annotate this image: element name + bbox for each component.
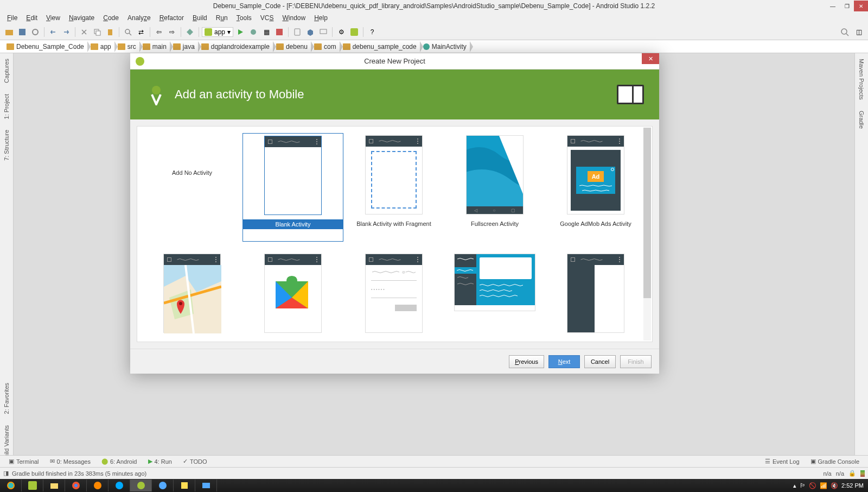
- breadcrumb-item[interactable]: app: [87, 43, 114, 51]
- tray-chevron-up-icon[interactable]: ▴: [793, 482, 796, 489]
- menu-edit[interactable]: Edit: [22, 13, 41, 23]
- close-button[interactable]: ✕: [854, 1, 868, 11]
- activity-option-drawer[interactable]: [545, 251, 646, 342]
- tray-network-icon[interactable]: 📶: [820, 482, 827, 489]
- taskbar-ie[interactable]: [0, 480, 22, 491]
- tab-todo[interactable]: ✓TODO: [177, 458, 213, 465]
- save-icon[interactable]: [16, 26, 28, 38]
- tab-structure[interactable]: 7: Structure: [2, 124, 11, 166]
- avd-icon[interactable]: [291, 26, 303, 38]
- breadcrumb-item[interactable]: Debenu_Sample_Code: [3, 43, 87, 51]
- replace-icon[interactable]: ⇄: [135, 26, 147, 38]
- copy-icon[interactable]: [91, 26, 103, 38]
- menu-run[interactable]: Run: [212, 13, 232, 23]
- taskbar-explorer[interactable]: [43, 480, 65, 491]
- run-icon[interactable]: [234, 26, 246, 38]
- menu-window[interactable]: Window: [278, 13, 309, 23]
- menu-file[interactable]: File: [3, 13, 21, 23]
- open-icon[interactable]: [3, 26, 15, 38]
- tab-favorites[interactable]: 2: Favorites: [2, 377, 11, 419]
- menu-analyze[interactable]: Analyze: [124, 13, 155, 23]
- activity-option-login[interactable]: @ ••••••: [343, 251, 444, 342]
- breadcrumb-item[interactable]: dqplandroidexample: [198, 43, 273, 51]
- back-icon[interactable]: ⇦: [153, 26, 165, 38]
- forward-icon[interactable]: ⇨: [166, 26, 178, 38]
- cancel-button[interactable]: Cancel: [584, 355, 616, 368]
- run-config-selector[interactable]: app ▾: [202, 27, 233, 37]
- right-tool-window-bar: Maven Projects Gradle: [854, 53, 868, 467]
- help-icon[interactable]: ?: [366, 26, 378, 38]
- vertical-scrollbar[interactable]: [643, 128, 651, 340]
- taskbar-app[interactable]: [152, 480, 174, 491]
- taskbar-photos[interactable]: [195, 480, 217, 491]
- breadcrumb-item[interactable]: com: [311, 43, 340, 51]
- cut-icon[interactable]: [78, 26, 90, 38]
- tab-messages[interactable]: ✉0: Messages: [44, 458, 96, 465]
- monitor-icon[interactable]: [317, 26, 329, 38]
- tab-android[interactable]: ⬤6: Android: [96, 458, 143, 465]
- search-icon[interactable]: [839, 26, 851, 38]
- activity-option-master-detail[interactable]: [444, 251, 545, 342]
- stop-icon[interactable]: [273, 26, 285, 38]
- menu-navigate[interactable]: Navigate: [65, 13, 98, 23]
- breadcrumb-item[interactable]: main: [139, 43, 170, 51]
- lock-icon[interactable]: 🔒: [848, 470, 856, 477]
- taskbar-android[interactable]: [22, 480, 43, 491]
- tray-clock[interactable]: 2:52 PM: [841, 482, 864, 489]
- undo-icon[interactable]: [47, 26, 59, 38]
- toggle-tool-windows-icon[interactable]: ◨: [3, 470, 9, 477]
- menu-code[interactable]: Code: [99, 13, 123, 23]
- menu-help[interactable]: Help: [310, 13, 331, 23]
- coverage-icon[interactable]: ▦: [260, 26, 272, 38]
- android-icon[interactable]: [348, 26, 360, 38]
- taskbar-android-studio[interactable]: [130, 480, 152, 491]
- debug-icon[interactable]: [247, 26, 259, 38]
- find-icon[interactable]: [122, 26, 134, 38]
- tab-project[interactable]: 1: Project: [2, 89, 11, 124]
- tab-gradle[interactable]: Gradle: [857, 105, 866, 134]
- previous-button[interactable]: Previous: [509, 355, 544, 368]
- activity-option-play-services[interactable]: [242, 251, 343, 342]
- activity-option-maps[interactable]: [142, 251, 242, 342]
- tab-event-log[interactable]: ☰Event Log: [760, 458, 805, 465]
- breadcrumb-item[interactable]: src: [114, 43, 139, 51]
- menu-view[interactable]: View: [42, 13, 64, 23]
- settings-icon[interactable]: ⚙: [335, 26, 347, 38]
- breadcrumb-item[interactable]: MainActivity: [420, 43, 470, 51]
- breadcrumb-item[interactable]: debenu_sample_code: [340, 43, 420, 51]
- tab-captures[interactable]: Captures: [2, 53, 11, 89]
- paste-icon[interactable]: [104, 26, 116, 38]
- tab-maven[interactable]: Maven Projects: [857, 53, 866, 105]
- taskbar-notes[interactable]: [174, 480, 195, 491]
- activity-option-none[interactable]: Add No Activity: [142, 133, 242, 242]
- sdk-icon[interactable]: [304, 26, 316, 38]
- menu-refactor[interactable]: Refactor: [156, 13, 188, 23]
- dialog-close-button[interactable]: ✕: [642, 53, 659, 64]
- menu-tools[interactable]: Tools: [233, 13, 256, 23]
- tab-terminal[interactable]: ▣Terminal: [3, 458, 44, 465]
- activity-option-fragment[interactable]: Blank Activity with Fragment: [343, 133, 444, 242]
- make-icon[interactable]: [184, 26, 196, 38]
- taskbar-skype[interactable]: [108, 480, 130, 491]
- breadcrumb-item[interactable]: java: [170, 43, 198, 51]
- taskbar-firefox[interactable]: [87, 480, 108, 491]
- tray-shield-icon[interactable]: 🚫: [809, 482, 816, 489]
- inspector-icon[interactable]: [860, 470, 865, 477]
- tray-volume-icon[interactable]: 🔇: [831, 482, 838, 489]
- maximize-button[interactable]: ❐: [840, 1, 854, 11]
- tab-run[interactable]: ▶4: Run: [143, 458, 177, 465]
- tray-flag-icon[interactable]: 🏳: [800, 482, 806, 489]
- sync-icon[interactable]: [29, 26, 41, 38]
- minimize-button[interactable]: —: [826, 1, 840, 11]
- next-button[interactable]: Next: [548, 355, 580, 368]
- menu-build[interactable]: Build: [189, 13, 211, 23]
- tab-gradle-console[interactable]: ▣Gradle Console: [805, 458, 865, 465]
- breadcrumb-item[interactable]: debenu: [273, 43, 311, 51]
- activity-option-blank[interactable]: Blank Activity: [242, 133, 343, 242]
- activity-option-fullscreen[interactable]: ◁○▢ Fullscreen Activity: [444, 133, 545, 242]
- layout-icon[interactable]: ◫: [853, 26, 865, 38]
- redo-icon[interactable]: [60, 26, 72, 38]
- taskbar-chrome[interactable]: [65, 480, 87, 491]
- menu-vcs[interactable]: VCS: [257, 13, 278, 23]
- activity-option-admob[interactable]: Ad Google AdMob Ads Activity: [545, 133, 646, 242]
